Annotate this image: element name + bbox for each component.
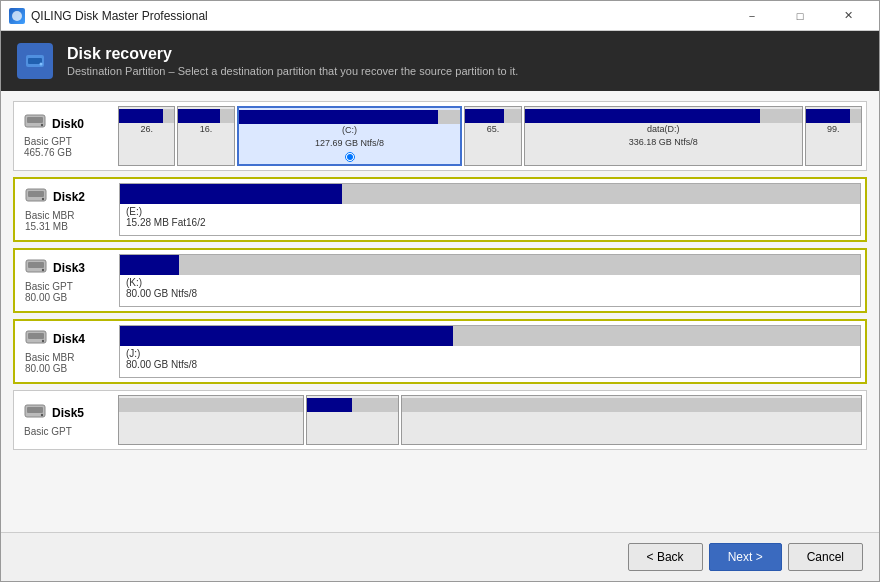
partition-block-1[interactable]: 16. [177, 106, 234, 166]
partition-block-4[interactable]: data(D:)336.18 GB Ntfs/8 [524, 106, 803, 166]
partition-block-0[interactable]: (K:) 80.00 GB Ntfs/8 [119, 254, 861, 307]
main-content: Disk0 Basic GPT 465.76 GB 26.16.(C:)127.… [1, 91, 879, 532]
svg-rect-14 [28, 333, 44, 339]
header-subtitle: Destination Partition – Select a destina… [67, 65, 518, 77]
svg-point-3 [40, 63, 43, 66]
svg-point-6 [41, 124, 43, 126]
svg-point-12 [42, 268, 44, 270]
title-bar-buttons: − □ ✕ [729, 1, 871, 31]
svg-point-9 [42, 197, 44, 199]
disk-name: Disk5 [52, 406, 84, 420]
disk-list[interactable]: Disk0 Basic GPT 465.76 GB 26.16.(C:)127.… [1, 91, 879, 532]
header-title: Disk recovery [67, 45, 518, 63]
disk-type: Basic MBR [25, 352, 105, 363]
disk-drive-icon [25, 187, 47, 208]
maximize-button[interactable]: □ [777, 1, 823, 31]
disk-row-disk0[interactable]: Disk0 Basic GPT 465.76 GB 26.16.(C:)127.… [13, 101, 867, 171]
disk-type: Basic GPT [24, 136, 104, 147]
disk-partitions-disk3: (K:) 80.00 GB Ntfs/8 [115, 250, 865, 311]
footer: < Back Next > Cancel [1, 532, 879, 581]
svg-rect-5 [27, 117, 43, 123]
partition-block-5[interactable]: 99. [805, 106, 862, 166]
partition-block-0[interactable]: (E:) 15.28 MB Fat16/2 [119, 183, 861, 236]
disk-type: Basic GPT [25, 281, 105, 292]
title-bar-text: QILING Disk Master Professional [31, 9, 729, 23]
disk-partitions-disk5 [114, 391, 866, 449]
close-button[interactable]: ✕ [825, 1, 871, 31]
disk-row-disk2[interactable]: Disk2 Basic MBR 15.31 MB (E:) 15.28 MB F… [13, 177, 867, 242]
disk-row-disk3[interactable]: Disk3 Basic GPT 80.00 GB (K:) 80.00 GB N… [13, 248, 867, 313]
title-bar: QILING Disk Master Professional − □ ✕ [1, 1, 879, 31]
partition-block-0[interactable]: 26. [118, 106, 175, 166]
minimize-button[interactable]: − [729, 1, 775, 31]
disk-partitions-disk0: 26.16.(C:)127.69 GB Ntfs/865.data(D:)336… [114, 102, 866, 170]
svg-point-18 [41, 413, 43, 415]
app-icon [9, 8, 25, 24]
header-icon [17, 43, 53, 79]
partition-block-1[interactable] [306, 395, 400, 445]
disk-type: Basic MBR [25, 210, 105, 221]
disk-info-disk3: Disk3 Basic GPT 80.00 GB [15, 250, 115, 311]
svg-rect-8 [28, 191, 44, 197]
partition-block-2[interactable] [401, 395, 862, 445]
disk-size: 80.00 GB [25, 363, 105, 374]
header: Disk recovery Destination Partition – Se… [1, 31, 879, 91]
disk-size: 15.31 MB [25, 221, 105, 232]
disk-row-disk4[interactable]: Disk4 Basic MBR 80.00 GB (J:) 80.00 GB N… [13, 319, 867, 384]
disk-partitions-disk2: (E:) 15.28 MB Fat16/2 [115, 179, 865, 240]
partition-block-3[interactable]: 65. [464, 106, 521, 166]
svg-rect-11 [28, 262, 44, 268]
back-button[interactable]: < Back [628, 543, 703, 571]
disk-name: Disk0 [52, 117, 84, 131]
svg-point-15 [42, 339, 44, 341]
disk-drive-icon [25, 258, 47, 279]
disk-drive-icon [25, 329, 47, 350]
header-text: Disk recovery Destination Partition – Se… [67, 45, 518, 77]
partition-block-0[interactable]: (J:) 80.00 GB Ntfs/8 [119, 325, 861, 378]
partition-block-2[interactable]: (C:)127.69 GB Ntfs/8 [237, 106, 463, 166]
partition-radio-2[interactable] [345, 152, 355, 162]
disk-info-disk0: Disk0 Basic GPT 465.76 GB [14, 102, 114, 170]
disk-info-disk5: Disk5 Basic GPT [14, 391, 114, 449]
svg-point-0 [12, 11, 22, 21]
disk-name: Disk2 [53, 190, 85, 204]
disk-name: Disk3 [53, 261, 85, 275]
disk-drive-icon [24, 113, 46, 134]
disk-info-disk2: Disk2 Basic MBR 15.31 MB [15, 179, 115, 240]
partition-block-0[interactable] [118, 395, 304, 445]
disk-row-disk5[interactable]: Disk5 Basic GPT [13, 390, 867, 450]
disk-type: Basic GPT [24, 426, 104, 437]
cancel-button[interactable]: Cancel [788, 543, 863, 571]
next-button[interactable]: Next > [709, 543, 782, 571]
disk-partitions-disk4: (J:) 80.00 GB Ntfs/8 [115, 321, 865, 382]
disk-drive-icon [24, 403, 46, 424]
disk-name: Disk4 [53, 332, 85, 346]
disk-info-disk4: Disk4 Basic MBR 80.00 GB [15, 321, 115, 382]
disk-size: 80.00 GB [25, 292, 105, 303]
disk-size: 465.76 GB [24, 147, 104, 158]
svg-rect-17 [27, 407, 43, 413]
